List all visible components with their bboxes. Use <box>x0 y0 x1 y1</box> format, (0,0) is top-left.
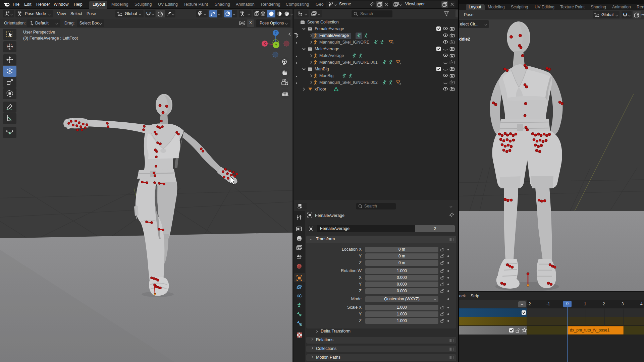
svg-text:X: X <box>264 42 266 46</box>
svg-text:Z: Z <box>275 31 277 35</box>
svg-text:Y: Y <box>275 43 277 47</box>
